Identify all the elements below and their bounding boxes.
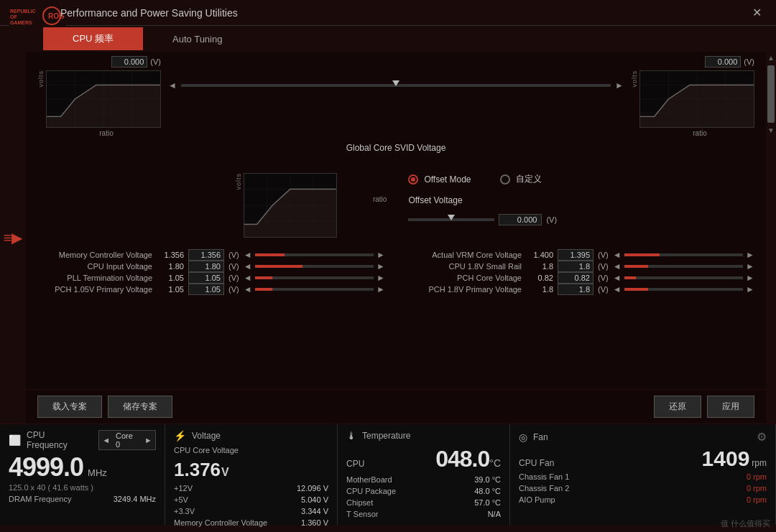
slider-right-3[interactable]: ► bbox=[377, 284, 385, 294]
top-slider-1[interactable]: ◄ ► bbox=[168, 78, 624, 93]
volt-vert-label-2: volts bbox=[631, 70, 638, 88]
slider-right-r0[interactable]: ► bbox=[746, 250, 754, 260]
volt-row-r2: PCH Core Voltage 0.82 (V) ◄ ► bbox=[407, 272, 754, 284]
v33-label: +3.3V bbox=[174, 507, 195, 515]
slider-arrow-right-1[interactable]: ► bbox=[615, 80, 624, 90]
slider-left-3[interactable]: ◄ bbox=[244, 284, 252, 294]
scroll-up-arrow[interactable]: ▲ bbox=[765, 52, 776, 64]
cpu-freq-section: ⬜ CPU Frequency ◄ Core 0 ► 4999.0 MHz 12… bbox=[0, 424, 165, 525]
slider-right-r1[interactable]: ► bbox=[746, 261, 754, 271]
save-preset-button[interactable]: 储存专案 bbox=[108, 396, 172, 418]
load-preset-button[interactable]: 载入专案 bbox=[37, 396, 102, 418]
volt-slider-0[interactable]: ◄ ► bbox=[244, 250, 385, 260]
volt-col-left: Memory Controller Voltage 1.356 (V) ◄ ► … bbox=[37, 249, 385, 295]
volt-input-r3[interactable] bbox=[558, 284, 593, 295]
volt-row-r0: Actual VRM Core Voltage 1.400 (V) ◄ ► bbox=[407, 249, 754, 261]
restore-button[interactable]: 还原 bbox=[654, 396, 701, 418]
rog-logo: REPUBLIC OF GAMERS ROG bbox=[9, 3, 52, 23]
slider-right-0[interactable]: ► bbox=[377, 250, 385, 260]
mem-ctrl-volt-label: Memory Controller Voltage bbox=[174, 518, 267, 527]
temperature-section: 🌡 Temperature CPU 048.0 °C MotherBoard 3… bbox=[338, 424, 510, 525]
apply-button[interactable]: 应用 bbox=[707, 396, 754, 418]
volt-slider-3[interactable]: ◄ ► bbox=[244, 284, 385, 294]
slider-arrow-left-1[interactable]: ◄ bbox=[168, 80, 177, 90]
slider-right-1[interactable]: ► bbox=[377, 261, 385, 271]
tab-auto-tuning[interactable]: Auto Tuning bbox=[143, 29, 251, 50]
v5-label: +5V bbox=[174, 495, 188, 504]
cpu-freq-sub: 125.0 x 40 ( 41.6 watts ) bbox=[9, 483, 156, 492]
chipset-temp-label: Chipset bbox=[346, 498, 373, 507]
slider-left-r3[interactable]: ◄ bbox=[613, 284, 622, 294]
scroll-down-arrow[interactable]: ▼ bbox=[765, 124, 776, 136]
volt-input-r2[interactable] bbox=[558, 272, 593, 284]
svg-text:REPUBLIC: REPUBLIC bbox=[10, 9, 36, 14]
volt-slider-r0[interactable]: ◄ ► bbox=[613, 250, 754, 260]
volt-input-3[interactable] bbox=[188, 284, 224, 295]
volt-val1-r1: 1.8 bbox=[526, 262, 553, 271]
close-button[interactable]: ✕ bbox=[747, 4, 767, 21]
settings-gear-icon[interactable]: ⚙ bbox=[757, 430, 767, 444]
mb-temp-label: MotherBoard bbox=[346, 475, 392, 484]
slider-left-2[interactable]: ◄ bbox=[244, 273, 252, 283]
v5-row: +5V 5.040 V bbox=[174, 495, 328, 504]
tab-bar: CPU 频率 Auto Tuning bbox=[0, 26, 776, 52]
cpu-core-nav[interactable]: ◄ Core 0 ► bbox=[98, 430, 156, 450]
slider-left-r0[interactable]: ◄ bbox=[613, 250, 622, 260]
t-sensor-label: T Sensor bbox=[346, 510, 378, 518]
volt-controls: Memory Controller Voltage 1.356 (V) ◄ ► … bbox=[26, 243, 766, 301]
volt-unit-r3: (V) bbox=[598, 285, 609, 294]
offset-mode-radio[interactable]: Offset Mode bbox=[408, 174, 471, 185]
volt-slider-r2[interactable]: ◄ ► bbox=[613, 273, 754, 283]
volt-slider-2[interactable]: ◄ ► bbox=[244, 273, 385, 283]
cpu-core-volt-label: CPU Core Voltage bbox=[174, 446, 328, 454]
slider-left-1[interactable]: ◄ bbox=[244, 261, 252, 271]
svid-osc-label: ratio bbox=[373, 195, 387, 203]
core-nav-right[interactable]: ► bbox=[144, 436, 152, 444]
volt-val1-2: 1.05 bbox=[157, 274, 184, 282]
volt-slider-1[interactable]: ◄ ► bbox=[244, 261, 385, 271]
scroll-thumb[interactable] bbox=[767, 65, 775, 123]
slider-right-r3[interactable]: ► bbox=[746, 284, 754, 294]
slider-right-r2[interactable]: ► bbox=[746, 273, 754, 283]
offset-mode-dot[interactable] bbox=[408, 174, 418, 185]
slider-left-r2[interactable]: ◄ bbox=[613, 273, 622, 283]
svid-right: Offset Mode 自定义 Offset Voltage bbox=[408, 159, 557, 225]
temp-header: 🌡 Temperature bbox=[346, 430, 501, 442]
volt-row-1: CPU Input Voltage 1.80 (V) ◄ ► bbox=[37, 261, 385, 272]
volt-name-0: Memory Controller Voltage bbox=[37, 251, 152, 259]
v12-value: 12.096 V bbox=[297, 484, 328, 493]
cpu-freq-header: ⬜ CPU Frequency ◄ Core 0 ► bbox=[9, 430, 156, 450]
mb-temp-value: 39.0 °C bbox=[474, 475, 501, 484]
volt-input-1[interactable] bbox=[188, 261, 224, 272]
cpu-fan-value-wrap: 1409 rpm bbox=[702, 448, 767, 470]
sidebar-toggle[interactable]: ≡▶ bbox=[0, 52, 26, 424]
svid-canvas bbox=[244, 173, 337, 238]
svid-volt-display: 0.000 bbox=[499, 214, 542, 225]
voltage-title: Voltage bbox=[192, 431, 221, 441]
dram-freq-value: 3249.4 MHz bbox=[114, 495, 156, 503]
volt-slider-r1[interactable]: ◄ ► bbox=[613, 261, 754, 271]
volt-input-2[interactable] bbox=[188, 272, 224, 284]
volt-unit-r2: (V) bbox=[598, 274, 609, 282]
volt-unit-r1: (V) bbox=[598, 262, 609, 271]
core-nav-left[interactable]: ◄ bbox=[102, 436, 110, 444]
cpu-freq-sub2: ( 41.6 watts ) bbox=[47, 483, 93, 492]
slider-left-0[interactable]: ◄ bbox=[244, 250, 252, 260]
voltage-icon: ⚡ bbox=[174, 430, 186, 442]
volt-input-0[interactable] bbox=[188, 249, 224, 261]
scrollbar[interactable]: ▲ ▼ bbox=[766, 52, 776, 424]
volt-row-r3: PCH 1.8V Primary Voltage 1.8 (V) ◄ ► bbox=[407, 284, 754, 295]
mem-ctrl-volt-row: Memory Controller Voltage 1.360 V bbox=[174, 518, 328, 527]
slider-left-r1[interactable]: ◄ bbox=[613, 261, 622, 271]
volt-input-r0[interactable] bbox=[558, 249, 593, 261]
volt-input-r1[interactable] bbox=[558, 261, 593, 272]
volt-slider-r3[interactable]: ◄ ► bbox=[613, 284, 754, 294]
cpu-fan-unit: rpm bbox=[752, 458, 767, 468]
osc-widget-1: 0.000 (V) volts bbox=[37, 56, 161, 137]
cpu-fan-value: 1409 bbox=[702, 448, 750, 470]
custom-mode-dot[interactable] bbox=[500, 174, 510, 185]
slider-right-2[interactable]: ► bbox=[377, 273, 385, 283]
volt-vert-label-1: volts bbox=[37, 70, 45, 88]
custom-mode-radio[interactable]: 自定义 bbox=[500, 173, 542, 185]
tab-cpu-freq[interactable]: CPU 频率 bbox=[43, 27, 143, 50]
